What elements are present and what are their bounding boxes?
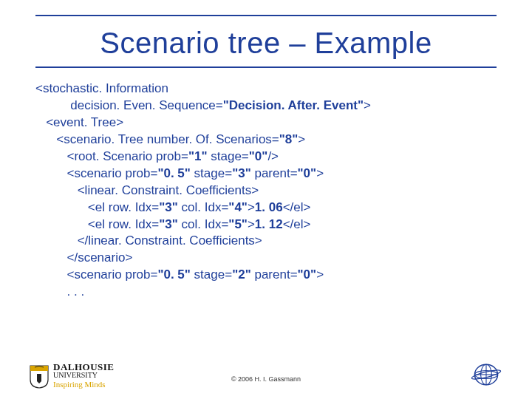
code-block: <stochastic. Information decision. Even.… (35, 81, 497, 301)
university-sub: UNIVERSITY (53, 372, 115, 379)
code-line: <stochastic. Information (35, 81, 497, 98)
footer: DALHOUSIE UNIVERSITY Inspiring Minds (0, 361, 532, 389)
code-line: <scenario prob="0. 5" stage="3" parent="… (35, 166, 497, 183)
slide-title: Scenario tree – Example (35, 27, 497, 60)
code-line: decision. Even. Sequence="Decision. Afte… (35, 98, 497, 115)
bottom-rule (35, 66, 497, 68)
code-line: <root. Scenario prob="1" stage="0"/> (35, 149, 497, 166)
code-line: </linear. Constraint. Coefficients> (35, 233, 497, 250)
code-line: <scenario prob="0. 5" stage="2" parent="… (35, 267, 497, 284)
code-line: <event. Tree> (35, 115, 497, 132)
code-line: </scenario> (35, 250, 497, 267)
shield-icon (30, 365, 49, 389)
code-line: . . . (35, 284, 497, 301)
code-line: <linear. Constraint. Coefficients> (35, 183, 497, 200)
dalhousie-logo: DALHOUSIE UNIVERSITY Inspiring Minds (30, 362, 115, 389)
code-line: <el row. Idx="3" col. Idx="4">1. 06</el> (35, 200, 497, 216)
code-line: <el row. Idx="3" col. Idx="5">1. 12</el> (35, 216, 497, 233)
code-line: <scenario. Tree number. Of. Scenarios="8… (35, 132, 497, 149)
dalhousie-text: DALHOUSIE UNIVERSITY Inspiring Minds (53, 362, 115, 389)
globe-icon (470, 361, 502, 389)
top-rule (35, 15, 497, 16)
slide: Scenario tree – Example <stochastic. Inf… (0, 0, 532, 399)
university-tagline: Inspiring Minds (53, 381, 115, 389)
